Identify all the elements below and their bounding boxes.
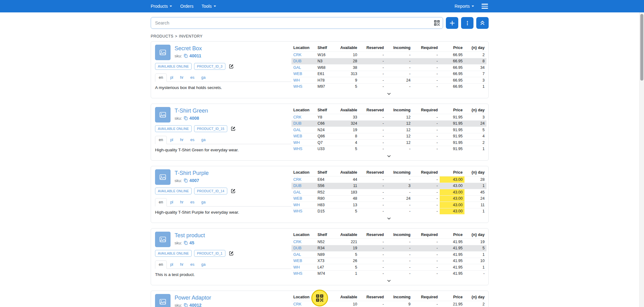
product-title-link[interactable]: Power Adaptor	[175, 294, 211, 301]
edit-icon[interactable]	[229, 64, 234, 69]
location-link[interactable]: GAL	[293, 128, 301, 132]
product-title-link[interactable]: T-Shirt Purple	[175, 170, 209, 176]
location-link[interactable]: WHS	[293, 209, 302, 213]
language-tab-pl[interactable]: pl	[167, 198, 177, 206]
location-link[interactable]: WHS	[293, 147, 302, 151]
collapse-all-button[interactable]	[476, 17, 489, 29]
location-link[interactable]: WH	[293, 265, 300, 269]
copy-icon[interactable]	[184, 116, 188, 120]
more-options-button[interactable]	[461, 17, 473, 29]
language-tab-es[interactable]: es	[187, 136, 198, 144]
product-title-link[interactable]: Test product	[175, 232, 205, 239]
language-tab-pl[interactable]: pl	[167, 74, 177, 82]
language-tab-es[interactable]: es	[187, 74, 198, 82]
product-card: T-Shirt Purple sku: 4007 AVAILABLE ONLIN…	[151, 166, 489, 223]
copy-icon[interactable]	[184, 178, 188, 183]
nav-products-dropdown[interactable]: Products	[151, 4, 172, 9]
table-header-row: LocationShelfAvailableReservedIncomingRe…	[291, 232, 486, 239]
product-thumbnail[interactable]	[155, 294, 171, 307]
edit-icon[interactable]	[231, 189, 236, 194]
nav-tools-dropdown[interactable]: Tools	[202, 4, 216, 9]
hamburger-menu-button[interactable]	[481, 2, 489, 10]
location-link[interactable]: WEB	[293, 259, 302, 263]
sku-link[interactable]: 4008	[189, 116, 199, 121]
product-title-link[interactable]: T-Shirt Green	[175, 107, 208, 114]
copy-icon[interactable]	[184, 241, 188, 245]
breadcrumb-inventory[interactable]: INVENTORY	[179, 34, 202, 38]
location-link[interactable]: CRK	[293, 302, 301, 306]
product-thumbnail[interactable]	[155, 107, 171, 122]
product-thumbnail[interactable]	[155, 45, 171, 60]
language-tab-ga[interactable]: ga	[198, 74, 209, 82]
scrollbar-thumb[interactable]	[640, 14, 643, 81]
sku-link[interactable]: 45	[189, 240, 194, 245]
location-link[interactable]: WEB	[293, 134, 302, 138]
language-tab-ga[interactable]: ga	[198, 198, 209, 206]
product-badge: PRODUCT_ID_14	[194, 188, 227, 194]
location-link[interactable]: WH	[293, 78, 300, 82]
nav-orders[interactable]: Orders	[180, 4, 193, 9]
edit-icon[interactable]	[229, 251, 234, 256]
location-link[interactable]: CRK	[293, 177, 301, 182]
location-link[interactable]: DUB	[293, 184, 301, 188]
column-header: Reserved	[359, 45, 386, 52]
language-tab-en[interactable]: en	[155, 260, 167, 269]
breadcrumb-products[interactable]: PRODUCTS	[151, 34, 173, 38]
copy-icon[interactable]	[184, 54, 188, 58]
location-link[interactable]: DUB	[293, 121, 301, 126]
location-link[interactable]: GAL	[293, 65, 301, 70]
sku-link[interactable]: 40012	[189, 303, 202, 307]
language-tab-es[interactable]: es	[187, 261, 198, 269]
location-link[interactable]: WEB	[293, 72, 302, 76]
language-tab-hr[interactable]: hr	[177, 261, 187, 269]
cell-shelf: E61	[316, 71, 334, 77]
edit-icon[interactable]	[231, 126, 236, 131]
product-thumbnail[interactable]	[155, 169, 171, 185]
copy-icon[interactable]	[184, 303, 188, 307]
location-link[interactable]: WEB	[293, 196, 302, 201]
qr-code-icon[interactable]	[316, 294, 324, 302]
sku-link[interactable]: 4007	[189, 178, 199, 183]
search-input[interactable]	[151, 17, 443, 29]
location-link[interactable]: CRK	[293, 115, 301, 119]
add-button[interactable]	[446, 17, 458, 29]
product-title-link[interactable]: Secret Box	[175, 45, 202, 52]
column-header: Reserved	[359, 107, 386, 114]
location-link[interactable]: DUB	[293, 59, 301, 63]
language-tab-pl[interactable]: pl	[167, 261, 177, 269]
language-tab-hr[interactable]: hr	[177, 198, 187, 206]
expand-card-button[interactable]	[291, 214, 486, 221]
location-link[interactable]: WHS	[293, 271, 302, 276]
language-tab-hr[interactable]: hr	[177, 74, 187, 82]
location-link[interactable]: CRK	[293, 240, 301, 244]
inventory-row: CRKN52221---41.9519	[291, 239, 486, 245]
language-tab-ga[interactable]: ga	[198, 261, 209, 269]
location-link[interactable]: CRK	[293, 53, 301, 57]
language-tab-en[interactable]: en	[155, 198, 167, 207]
cell-n_day: 45	[464, 189, 486, 196]
location-link[interactable]: WH	[293, 140, 300, 145]
language-tab-ga[interactable]: ga	[198, 136, 209, 144]
scrollbar[interactable]	[639, 12, 644, 307]
expand-card-button[interactable]	[291, 277, 486, 284]
language-tab-en[interactable]: en	[155, 73, 167, 82]
location-link[interactable]: DUB	[293, 246, 301, 250]
language-tab-es[interactable]: es	[187, 198, 198, 206]
nav-reports-dropdown[interactable]: Reports	[455, 4, 474, 9]
product-description: High-quality T-Shirt Purple for everyday…	[155, 210, 291, 215]
cell-location: WHS	[291, 146, 316, 152]
language-tab-hr[interactable]: hr	[177, 136, 187, 144]
cell-available: 11	[334, 183, 359, 189]
cell-shelf: H83	[316, 202, 334, 208]
location-link[interactable]: GAL	[293, 252, 301, 257]
qr-code-icon[interactable]	[434, 20, 440, 26]
product-thumbnail[interactable]	[155, 232, 171, 247]
location-link[interactable]: WHS	[293, 84, 302, 89]
expand-card-button[interactable]	[291, 152, 486, 159]
sku-link[interactable]: 40011	[189, 53, 201, 58]
expand-card-button[interactable]	[291, 90, 486, 97]
language-tab-en[interactable]: en	[155, 136, 167, 144]
language-tab-pl[interactable]: pl	[167, 136, 177, 144]
location-link[interactable]: WH	[293, 203, 300, 207]
location-link[interactable]: GAL	[293, 190, 301, 194]
